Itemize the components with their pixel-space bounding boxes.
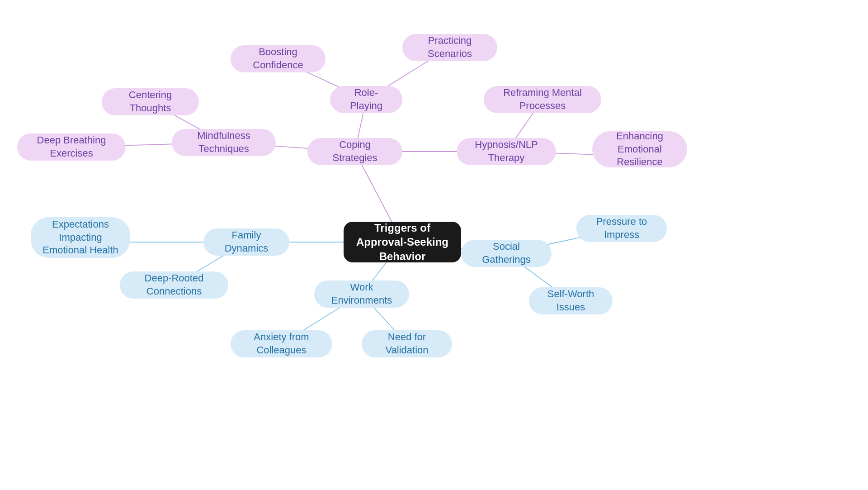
- node-deep-rooted: Deep-Rooted Connections: [120, 271, 228, 299]
- need-validation-label: Need for Validation: [373, 331, 441, 357]
- node-anxiety-colleagues: Anxiety from Colleagues: [231, 330, 332, 357]
- node-hypnosis: Hypnosis/NLP Therapy: [457, 138, 556, 165]
- hypnosis-label: Hypnosis/NLP Therapy: [467, 138, 545, 164]
- center-label: Triggers of Approval-Seeking Behavior: [354, 221, 450, 263]
- enhancing-label: Enhancing Emotional Resilience: [603, 130, 676, 169]
- node-deep-breathing: Deep Breathing Exercises: [17, 133, 126, 161]
- node-practicing-scenarios: Practicing Scenarios: [402, 34, 497, 61]
- node-self-worth: Self-Worth Issues: [529, 287, 613, 314]
- node-work-environments: Work Environments: [314, 281, 409, 308]
- node-role-playing: Role-Playing: [330, 86, 402, 113]
- centering-label: Centering Thoughts: [113, 89, 188, 114]
- boosting-confidence-label: Boosting Confidence: [241, 46, 315, 71]
- node-expectations: Expectations Impacting Emotional Health: [31, 217, 130, 258]
- practicing-scenarios-label: Practicing Scenarios: [413, 34, 486, 60]
- deep-rooted-label: Deep-Rooted Connections: [131, 272, 217, 298]
- social-gatherings-label: Social Gatherings: [472, 240, 541, 266]
- deep-breathing-label: Deep Breathing Exercises: [28, 134, 115, 160]
- node-reframing: Reframing Mental Processes: [484, 86, 601, 113]
- expectations-label: Expectations Impacting Emotional Health: [42, 218, 119, 257]
- node-centering: Centering Thoughts: [102, 88, 199, 115]
- work-environments-label: Work Environments: [325, 281, 398, 307]
- role-playing-label: Role-Playing: [341, 86, 392, 112]
- coping-label: Coping Strategies: [318, 138, 392, 164]
- node-boosting-confidence: Boosting Confidence: [231, 45, 326, 72]
- center-node: Triggers of Approval-Seeking Behavior: [344, 222, 461, 262]
- node-enhancing-emotional: Enhancing Emotional Resilience: [592, 131, 687, 167]
- node-social-gatherings: Social Gatherings: [461, 240, 552, 267]
- self-worth-label: Self-Worth Issues: [540, 288, 602, 314]
- node-need-validation: Need for Validation: [362, 330, 452, 357]
- node-coping-strategies: Coping Strategies: [307, 138, 402, 165]
- mindfulness-label: Mindfulness Techniques: [183, 129, 265, 155]
- node-pressure-impress: Pressure to Impress: [576, 215, 667, 242]
- reframing-label: Reframing Mental Processes: [495, 86, 590, 112]
- family-dynamics-label: Family Dynamics: [214, 229, 278, 255]
- node-mindfulness: Mindfulness Techniques: [172, 129, 276, 156]
- anxiety-colleagues-label: Anxiety from Colleagues: [241, 331, 321, 357]
- pressure-impress-label: Pressure to Impress: [587, 215, 656, 241]
- node-family-dynamics: Family Dynamics: [203, 228, 289, 256]
